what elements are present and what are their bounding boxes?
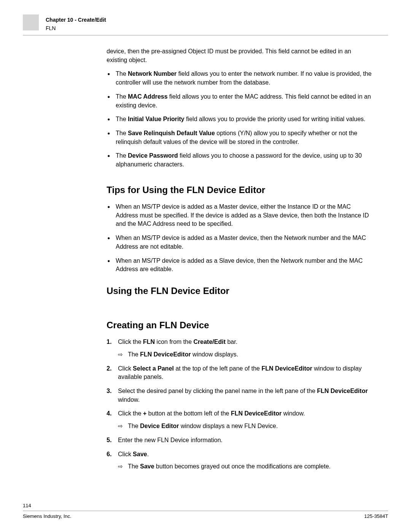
continuation-paragraph: device, then the pre-assigned Object ID … <box>107 47 373 64</box>
list-item: The Save Relinquish Default Value option… <box>107 129 373 146</box>
list-item: The Initial Value Priority field allows … <box>107 115 373 124</box>
main-content: device, then the pre-assigned Object ID … <box>107 37 373 471</box>
step-result: The Device Editor window displays a new … <box>118 422 373 431</box>
list-item: When an MS/TP device is added as a Maste… <box>107 203 373 228</box>
step-result: The Save button becomes grayed out once … <box>118 462 373 471</box>
step-item: Click the FLN icon from the Create/Edit … <box>107 338 373 359</box>
footer-rule <box>23 511 388 511</box>
heading-using: Using the FLN Device Editor <box>107 284 373 297</box>
header-graphic-block <box>23 14 39 30</box>
creating-steps: Click the FLN icon from the Create/Edit … <box>107 338 373 471</box>
heading-creating: Creating an FLN Device <box>107 319 373 332</box>
list-item: When an MS/TP device is added as a Slave… <box>107 257 373 274</box>
step-item: Select the desired panel by clicking the… <box>107 387 373 404</box>
list-item: The MAC Address field allows you to ente… <box>107 93 373 110</box>
page-number: 114 <box>23 503 388 508</box>
list-item: The Device Password field allows you to … <box>107 152 373 169</box>
page-footer: 114 Siemens Industry, Inc. 125-3584T <box>23 503 388 519</box>
field-description-list: The Network Number field allows you to e… <box>107 70 373 169</box>
tips-list: When an MS/TP device is added as a Maste… <box>107 203 373 274</box>
header-rule <box>23 35 388 35</box>
heading-tips: Tips for Using the FLN Device Editor <box>107 184 373 197</box>
page-header: Chapter 10 - Create/Edit FLN <box>23 14 388 37</box>
step-result: The FLN DeviceEditor window displays. <box>118 350 373 359</box>
step-item: Enter the new FLN Device information. <box>107 436 373 445</box>
list-item: When an MS/TP device is added as a Maste… <box>107 234 373 251</box>
footer-right: 125-3584T <box>364 513 388 519</box>
chapter-title: Chapter 10 - Create/Edit <box>46 16 106 24</box>
list-item: The Network Number field allows you to e… <box>107 70 373 87</box>
chapter-section: FLN <box>46 24 106 32</box>
footer-left: Siemens Industry, Inc. <box>23 513 72 519</box>
step-item: Click Save. The Save button becomes gray… <box>107 450 373 471</box>
step-item: Click Select a Panel at the top of the l… <box>107 364 373 382</box>
step-item: Click the + button at the bottom left of… <box>107 409 373 430</box>
